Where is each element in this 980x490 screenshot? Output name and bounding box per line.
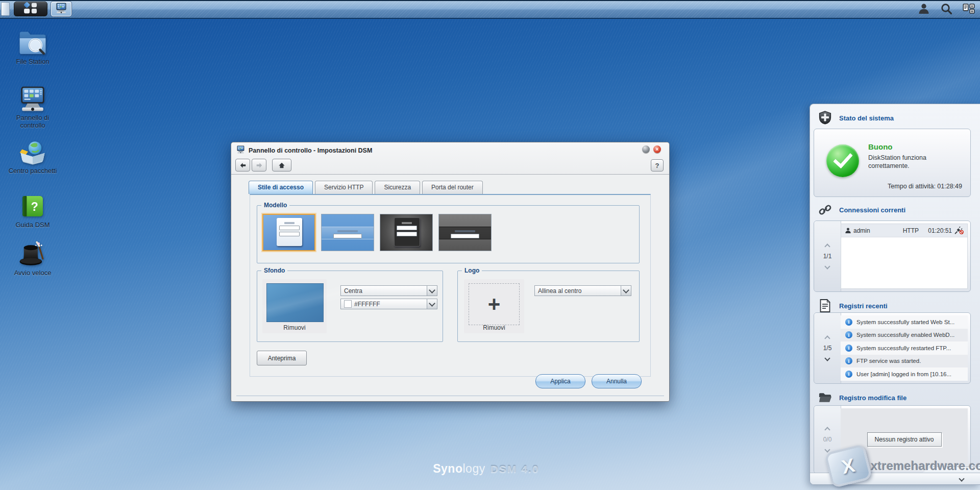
tab-http-service[interactable]: Servizio HTTP <box>315 181 373 194</box>
tab-security[interactable]: Sicurezza <box>375 181 420 194</box>
chevron-down-icon[interactable] <box>621 285 631 296</box>
forward-button[interactable] <box>252 159 266 172</box>
desktop-icon-label: Pannello di controllo <box>3 114 62 129</box>
page-indicator: 1/5 <box>823 345 832 352</box>
page-down-icon[interactable] <box>825 448 830 453</box>
login-template-dark-band[interactable] <box>438 214 492 251</box>
login-template-dark-card[interactable] <box>380 214 433 251</box>
logs-list: iSystem successfully started Web St... i… <box>841 315 968 381</box>
file-change-log-header: Registro modifica file <box>818 390 976 405</box>
remove-logo-link[interactable]: Rimuovi <box>464 324 524 331</box>
group-title: Modello <box>261 202 289 209</box>
footer-divider <box>236 396 664 396</box>
home-icon <box>278 162 285 169</box>
desktop-icon-file-station[interactable]: File Station <box>3 30 62 65</box>
app-grid-icon <box>22 2 39 16</box>
show-desktop-button[interactable] <box>1 2 10 16</box>
background-color-select[interactable]: #FFFFFF <box>340 299 437 309</box>
chevron-down-icon[interactable] <box>427 299 437 309</box>
add-logo-button[interactable]: + <box>469 283 520 325</box>
forward-arrow-icon <box>256 162 263 169</box>
desktop-icon-control-panel[interactable]: Pannello di controllo <box>3 86 62 129</box>
tab-login-style[interactable]: Stile di accesso <box>249 181 313 194</box>
select-value: Centra <box>344 287 362 295</box>
cancel-button[interactable]: Annulla <box>592 374 642 388</box>
background-position-select[interactable]: Centra <box>340 285 437 296</box>
log-row[interactable]: iSystem successfully restarted FTP... <box>841 341 968 355</box>
no-active-log-button[interactable]: Nessun registro attivo <box>867 432 941 447</box>
taskbar-item-control-panel[interactable] <box>51 2 71 16</box>
search-icon[interactable] <box>940 3 952 15</box>
connection-duration: 01:20:51 <box>921 227 952 234</box>
preview-button[interactable]: Anteprima <box>257 351 307 365</box>
login-card-preview <box>394 217 420 247</box>
shield-icon <box>818 111 832 125</box>
page-up-icon[interactable] <box>825 243 830 248</box>
section-title: Connessioni correnti <box>839 206 905 214</box>
select-value: Allinea al centro <box>538 287 581 295</box>
user-account-icon[interactable] <box>918 3 930 15</box>
back-button[interactable] <box>235 159 250 172</box>
log-row[interactable]: iUser [admin] logged in from [10.16... <box>841 368 968 381</box>
control-panel-icon <box>3 86 62 112</box>
connections-header: Connessioni correnti <box>818 202 976 217</box>
group-title: Logo <box>462 267 482 274</box>
main-menu-button[interactable] <box>14 2 47 16</box>
minimize-button[interactable] <box>642 145 650 153</box>
login-template-blue-band[interactable] <box>321 214 374 251</box>
section-title: Registro modifica file <box>839 394 906 402</box>
page-up-icon[interactable] <box>825 335 830 340</box>
page-down-icon[interactable] <box>825 264 830 270</box>
desktop-icon-label: Avvio veloce <box>3 269 62 277</box>
system-health-panel: Buono DiskStation funziona correttamente… <box>814 129 971 197</box>
info-icon: i <box>845 371 852 378</box>
close-button[interactable]: × <box>653 145 661 153</box>
window-body: Stile di accesso Servizio HTTP Sicurezza… <box>231 174 669 401</box>
login-template-blue-card[interactable] <box>262 214 315 251</box>
collapse-widget-icon[interactable] <box>959 477 964 482</box>
apply-button[interactable]: Applica <box>535 374 585 388</box>
page-up-icon[interactable] <box>825 426 830 431</box>
window-titlebar[interactable]: Pannello di controllo - Impostazioni DSM <box>236 145 372 155</box>
select-value: #FFFFFF <box>354 301 380 308</box>
group-title: Sfondo <box>261 267 287 274</box>
pilot-view-icon[interactable] <box>963 3 975 15</box>
connections-panel: 1/1 admin HTTP 01:20:51 <box>814 220 971 292</box>
login-band-preview <box>322 227 374 239</box>
logs-pager: 1/5 <box>814 313 841 383</box>
file-station-icon <box>3 30 62 56</box>
log-row[interactable]: iSystem successfully started Web St... <box>841 315 968 329</box>
section-title: Registri recenti <box>839 302 888 310</box>
remove-background-link[interactable]: Rimuovi <box>262 324 327 331</box>
page-down-icon[interactable] <box>825 356 830 361</box>
brand-version: DSM 4.0 <box>491 463 540 475</box>
control-panel-window: Pannello di controllo - Impostazioni DSM… <box>231 142 670 402</box>
connections-list: admin HTTP 01:20:51 <box>841 224 968 289</box>
tab-router-port[interactable]: Porta del router <box>422 181 483 194</box>
help-book-icon <box>3 193 62 219</box>
page-indicator: 1/1 <box>823 253 832 260</box>
document-icon <box>818 299 832 313</box>
log-row[interactable]: iFTP service was started. <box>841 355 968 368</box>
connection-protocol: HTTP <box>903 227 919 234</box>
chevron-down-icon[interactable] <box>427 285 437 296</box>
desktop-icon-label: Centro pacchetti <box>3 167 62 175</box>
login-card-preview <box>277 218 302 246</box>
page-indicator: 0/0 <box>823 436 832 443</box>
disconnect-icon[interactable] <box>954 227 964 234</box>
background-thumbnail[interactable] <box>266 283 324 322</box>
folder-icon <box>818 390 832 405</box>
log-row[interactable]: iSystem successfully enabled WebD... <box>841 329 968 342</box>
help-button[interactable]: ? <box>651 159 664 172</box>
connection-user: admin <box>853 227 870 234</box>
connection-row[interactable]: admin HTTP 01:20:51 <box>841 224 967 237</box>
taskbar <box>0 0 980 19</box>
logo-upload-box: + Rimuovi <box>464 279 524 333</box>
desktop-icon-package-center[interactable]: Centro pacchetti <box>3 139 62 175</box>
recent-logs-header: Registri recenti <box>818 298 976 313</box>
uptime-label: Tempo di attività: 01:28:49 <box>888 183 962 190</box>
desktop-icon-dsm-help[interactable]: Guida DSM <box>3 193 62 229</box>
desktop-icon-quick-start[interactable]: Avvio veloce <box>3 241 62 277</box>
home-button[interactable] <box>272 159 291 172</box>
logo-align-select[interactable]: Allinea al centro <box>534 285 631 296</box>
